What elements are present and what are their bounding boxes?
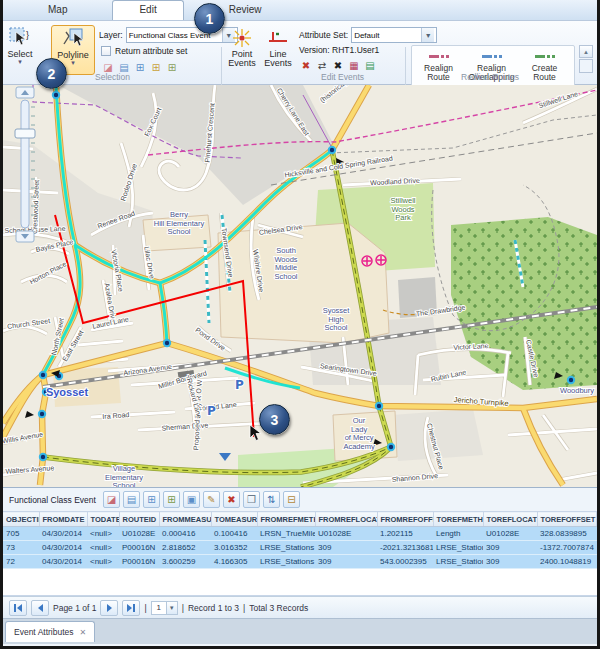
attribute-grid-icon[interactable]: ▤ [363, 58, 377, 72]
zoom-track[interactable] [21, 100, 29, 228]
table-cell: <null> [87, 555, 119, 569]
column-header[interactable]: ROUTEID [119, 512, 159, 527]
zoom-handle[interactable] [15, 129, 35, 138]
export-icon[interactable]: ⊟ [283, 491, 300, 508]
svg-text:}: } [26, 30, 29, 40]
zoom-to-selection-icon[interactable]: ⊞ [143, 491, 160, 508]
scroll-thumb[interactable] [579, 59, 593, 73]
table-row[interactable]: 7204/30/2014<null>P00016N3.6002594.16630… [3, 555, 597, 569]
table-row[interactable]: 70504/30/2014<null>U01028E0.0004160.1004… [3, 527, 597, 541]
line-events-label: LineEvents [264, 50, 292, 68]
table-cell: 04/30/2014 [39, 555, 87, 569]
prev-page-button[interactable] [31, 600, 49, 616]
show-list-icon[interactable]: ▤ [123, 491, 140, 508]
return-attribute-label: Return attribute set [115, 46, 187, 56]
column-header[interactable]: TODATE [87, 512, 119, 527]
split-event-icon[interactable]: ✖ [299, 58, 313, 72]
merge-events-icon[interactable]: ⇄ [315, 58, 329, 72]
column-header[interactable]: FROMMEASURE [159, 512, 211, 527]
column-header[interactable]: TOREFLOCATION [483, 512, 537, 527]
table-cell: 309 [315, 555, 377, 569]
reassign-event-icon[interactable]: ✖ [331, 58, 345, 72]
column-header[interactable]: TOREFMETHOD [433, 512, 483, 527]
selection-options-icon[interactable]: ⊞ [165, 60, 179, 74]
column-header[interactable]: TOREFOFFSET [537, 512, 597, 527]
close-tab-icon[interactable]: ✕ [80, 628, 87, 637]
map-viewport[interactable]: (historical)Fox CourtPinehurst CrescentC… [3, 85, 597, 487]
point-events-button[interactable]: PointEvents [225, 26, 259, 68]
add-to-selection-icon[interactable]: ⊞ [133, 60, 147, 74]
route-node[interactable] [568, 377, 574, 383]
layer-dropdown[interactable]: Functional Class Event ▼ [126, 27, 238, 43]
route-node[interactable] [39, 411, 45, 417]
panel-toolbar: Functional Class Event ◪▤⊞⊞▣✎✖❐⇅⊟ [3, 488, 597, 511]
return-attribute-checkbox[interactable] [101, 46, 111, 56]
route-node[interactable] [164, 340, 170, 346]
page-number-arrow[interactable]: ▼ [167, 601, 178, 615]
edit-icon[interactable]: ✎ [203, 491, 220, 508]
polyline-dropdown-arrow[interactable]: ▾ [71, 60, 75, 65]
route-node[interactable] [40, 372, 46, 378]
route-dash-icon [429, 52, 449, 60]
route-dash-icon [535, 52, 555, 60]
column-header[interactable]: OBJECTID [3, 512, 39, 527]
next-page-button[interactable] [100, 600, 118, 616]
select-features-icon[interactable]: ⊞ [149, 60, 163, 74]
select-button[interactable]: } Select ▾ [7, 25, 33, 64]
table-cell: 0.100416 [211, 527, 257, 541]
event-table: OBJECTIDFROMDATETODATEROUTEIDFROMMEASURE… [3, 511, 597, 569]
callout-1: 1 [194, 3, 225, 34]
save-icon[interactable]: ▣ [183, 491, 200, 508]
select-dropdown-arrow[interactable]: ▾ [18, 59, 22, 64]
delete-icon[interactable]: ✖ [223, 491, 240, 508]
svg-text:P: P [235, 378, 244, 392]
panel-title: Functional Class Event [9, 495, 96, 505]
copy-icon[interactable]: ❐ [243, 491, 260, 508]
attribute-set-row: Attribute Set: Default ▼ [299, 27, 437, 43]
tab-map[interactable]: Map [21, 0, 94, 20]
table-row[interactable]: 7304/30/2014<null>P00016N2.8186523.01635… [3, 541, 597, 555]
clear-results-icon[interactable]: ◪ [103, 491, 120, 508]
map-label: Woodbury [560, 386, 594, 395]
table-cell: 2.818652 [159, 541, 211, 555]
table-cell: 73 [3, 541, 39, 555]
attribute-set-dropdown[interactable]: Default ▼ [351, 27, 437, 43]
polyline-tool-icon [60, 26, 86, 50]
table-cell: LRSE_Stations [257, 555, 315, 569]
table-cell: P00016N [119, 541, 159, 555]
column-header[interactable]: FROMDATE [39, 512, 87, 527]
table-cell: LRSN_TrueMile [257, 527, 315, 541]
tab-event-attributes[interactable]: Event Attributes ✕ [5, 621, 95, 642]
pan-to-selection-icon[interactable]: ⊞ [163, 491, 180, 508]
table-cell: U01028E [315, 527, 377, 541]
table-cell: LRSE_Stations [433, 555, 483, 569]
event-grid-icon[interactable]: ▦ [347, 58, 361, 72]
route-node[interactable] [329, 147, 335, 153]
first-page-button[interactable] [9, 600, 27, 616]
page-number-value: 1 [151, 601, 167, 615]
column-header[interactable]: FROMREFMETHOD [257, 512, 315, 527]
table-cell: LRSE_Stations [433, 541, 483, 555]
scroll-up-button[interactable]: ▲ [579, 45, 593, 58]
route-node[interactable] [376, 403, 382, 409]
column-header[interactable]: TOMEASURE [211, 512, 257, 527]
point-events-icon [229, 26, 255, 50]
table-cell: <null> [87, 527, 119, 541]
tab-edit[interactable]: Edit [112, 0, 183, 20]
attribute-set-dropdown-arrow[interactable]: ▼ [421, 28, 434, 42]
table-cell: Length [433, 527, 483, 541]
route-node[interactable] [40, 454, 46, 460]
table-cell: 705 [3, 527, 39, 541]
route-node[interactable] [53, 92, 59, 98]
page-number-combo[interactable]: 1 ▼ [151, 601, 178, 615]
separator: | [243, 603, 245, 613]
table-cell: 328.0839895 [537, 527, 597, 541]
route-node[interactable] [388, 444, 394, 450]
last-page-button[interactable] [122, 600, 140, 616]
separator: | [144, 603, 146, 613]
line-events-button[interactable]: LineEvents [261, 26, 295, 68]
column-header[interactable]: FROMREFLOCATION [315, 512, 377, 527]
column-header[interactable]: FROMREFOFFSET [377, 512, 433, 527]
table-cell: 3.016352 [211, 541, 257, 555]
sort-icon[interactable]: ⇅ [263, 491, 280, 508]
